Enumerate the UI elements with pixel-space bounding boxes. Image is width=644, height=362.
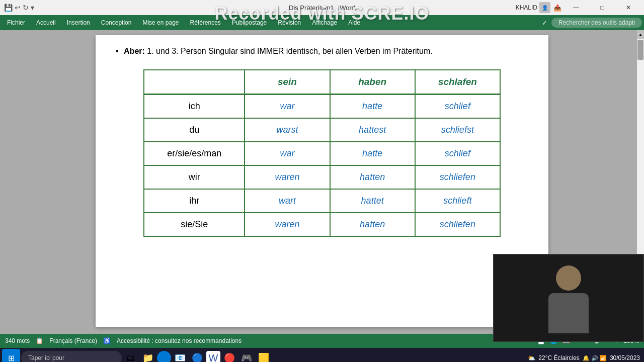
webcam-overlay bbox=[493, 254, 644, 342]
taskbar-word-icon[interactable]: W bbox=[206, 351, 220, 362]
title-bar: 💾 ↩ ↻ ▾ Dis Präteritum1 - Word KHALID 👤 … bbox=[0, 0, 644, 15]
menu-aide[interactable]: Aide bbox=[343, 17, 365, 28]
table-cell-conjugation: war bbox=[245, 142, 330, 165]
scroll-up-button[interactable]: ▲ bbox=[637, 30, 644, 39]
window-title: Dis Präteritum1 - Word bbox=[289, 4, 355, 12]
scroll-thumb[interactable] bbox=[637, 40, 643, 60]
menu-conception[interactable]: Conception bbox=[96, 17, 137, 28]
menu-revision[interactable]: Révision bbox=[273, 17, 306, 28]
table-cell-pronoun: wir bbox=[144, 165, 245, 189]
table-cell-pronoun: ihr bbox=[144, 189, 245, 213]
table-cell-conjugation: warst bbox=[245, 118, 330, 142]
menu-references[interactable]: Références bbox=[185, 17, 226, 28]
bullet-label: Aber: bbox=[124, 47, 145, 55]
table-cell-conjugation: waren bbox=[245, 165, 330, 189]
taskbar-edge-icon[interactable] bbox=[157, 351, 171, 362]
table-cell-conjugation: hattest bbox=[330, 118, 415, 142]
taskbar-extra-icon[interactable]: 🟨 bbox=[256, 350, 272, 362]
user-info: KHALID 👤 bbox=[516, 2, 550, 13]
table-cell-conjugation: schlief bbox=[415, 95, 500, 119]
table-row: er/sie/es/manwarhatteschlief bbox=[144, 142, 500, 165]
table-cell-pronoun: ich bbox=[144, 95, 245, 119]
datetime: 30/05/2023 bbox=[610, 354, 640, 361]
avatar[interactable]: 👤 bbox=[539, 2, 550, 13]
conjugation-table: seinhabenschlafenichwarhatteschliefduwar… bbox=[143, 69, 501, 237]
table-cell-conjugation: hatte bbox=[330, 95, 415, 119]
table-row: wirwarenhattenschliefen bbox=[144, 165, 500, 189]
weather-text: 22°C Éclaircies bbox=[538, 354, 580, 361]
weather-icon: ⛅ bbox=[528, 354, 535, 361]
accessibility-icon: ♿ bbox=[103, 337, 111, 344]
table-cell-pronoun: sie/Sie bbox=[144, 213, 245, 236]
taskbar-search-input[interactable] bbox=[21, 351, 122, 362]
table-row: sie/Siewarenhattenschliefen bbox=[144, 213, 500, 236]
menu-insertion[interactable]: Insertion bbox=[62, 17, 95, 28]
table-header-empty bbox=[144, 70, 245, 95]
maximize-button[interactable]: □ bbox=[591, 0, 614, 15]
share-icon[interactable]: 📤 bbox=[553, 4, 561, 12]
taskbar-email-icon[interactable]: 📧 bbox=[172, 350, 188, 362]
menu-accueil[interactable]: Accueil bbox=[31, 17, 61, 28]
table-cell-conjugation: schliefen bbox=[415, 213, 500, 236]
username: KHALID bbox=[516, 4, 537, 11]
close-button[interactable]: ✕ bbox=[617, 0, 640, 15]
webcam-person bbox=[543, 265, 594, 331]
taskbar-files-icon[interactable]: 🗂 bbox=[123, 350, 139, 362]
person-body bbox=[548, 293, 589, 333]
checkmark-icon: ✓ bbox=[542, 19, 547, 27]
title-bar-right: KHALID 👤 📤 — □ ✕ bbox=[516, 0, 640, 15]
save-icon[interactable]: 💾 bbox=[4, 4, 13, 12]
table-header-verb: schlafen bbox=[415, 70, 500, 95]
taskbar-chrome-icon[interactable]: 🔴 bbox=[221, 350, 237, 362]
table-cell-conjugation: hatte bbox=[330, 142, 415, 165]
table-cell-pronoun: du bbox=[144, 118, 245, 142]
person-head bbox=[556, 265, 581, 291]
table-cell-pronoun: er/sie/es/man bbox=[144, 142, 245, 165]
bullet-text: 1. und 3. Person Singular sind IMMER ide… bbox=[145, 47, 433, 55]
menu-mise-en-page[interactable]: Mise en page bbox=[137, 17, 184, 28]
ribbon-search-input[interactable] bbox=[551, 18, 642, 28]
minimize-button[interactable]: — bbox=[565, 0, 588, 15]
accessibility-text: Accessibilité : consultez nos recommanda… bbox=[117, 337, 242, 344]
table-cell-conjugation: hattet bbox=[330, 189, 415, 213]
menu-bar: Fichier Accueil Insertion Conception Mis… bbox=[0, 15, 644, 30]
table-cell-conjugation: wart bbox=[245, 189, 330, 213]
menu-publipostage[interactable]: Publipostage bbox=[227, 17, 272, 28]
menu-fichier[interactable]: Fichier bbox=[2, 17, 30, 28]
menu-affichage[interactable]: Affichage bbox=[307, 17, 342, 28]
table-header-verb: sein bbox=[245, 70, 330, 95]
table-cell-conjugation: waren bbox=[245, 213, 330, 236]
table-cell-conjugation: war bbox=[245, 95, 330, 119]
taskbar-browser-icon[interactable]: 🔵 bbox=[189, 350, 205, 362]
table-row: ihrwarthattetschlieft bbox=[144, 189, 500, 213]
taskbar-right: ⛅ 22°C Éclaircies 🔔 🔊 📶 30/05/2023 bbox=[528, 354, 640, 361]
more-icon[interactable]: ▾ bbox=[31, 4, 34, 12]
table-cell-conjugation: hatten bbox=[330, 213, 415, 236]
spell-check-icon: 📋 bbox=[36, 337, 43, 344]
table-row: duwarsthattestschliefst bbox=[144, 118, 500, 142]
start-button[interactable]: ⊞ bbox=[2, 349, 20, 362]
table-cell-conjugation: schlief bbox=[415, 142, 500, 165]
table-cell-conjugation: schliefen bbox=[415, 165, 500, 189]
taskbar-game-icon[interactable]: 🎮 bbox=[238, 350, 255, 362]
status-bar-left: 340 mots 📋 Français (France) ♿ Accessibi… bbox=[5, 337, 242, 344]
table-header-verb: haben bbox=[330, 70, 415, 95]
taskbar: ⊞ 🗂 📁 📧 🔵 W 🔴 🎮 🟨 ⛅ 22°C Éclaircies 🔔 🔊 … bbox=[0, 348, 644, 362]
table-cell-conjugation: schlieft bbox=[415, 189, 500, 213]
undo-icon[interactable]: ↩ bbox=[15, 4, 21, 12]
bullet-line: • Aber: 1. und 3. Person Singular sind I… bbox=[116, 45, 528, 57]
table-row: ichwarhatteschlief bbox=[144, 95, 500, 119]
redo-icon[interactable]: ↻ bbox=[23, 4, 29, 12]
table-cell-conjugation: hatten bbox=[330, 165, 415, 189]
word-count: 340 mots bbox=[5, 337, 30, 344]
system-tray-icons: 🔔 🔊 📶 bbox=[583, 355, 607, 361]
language: Français (France) bbox=[49, 337, 97, 344]
table-cell-conjugation: schliefst bbox=[415, 118, 500, 142]
title-bar-left: 💾 ↩ ↻ ▾ bbox=[4, 4, 34, 12]
taskbar-folder-icon[interactable]: 📁 bbox=[140, 350, 156, 362]
document-page: • Aber: 1. und 3. Person Singular sind I… bbox=[96, 35, 548, 327]
